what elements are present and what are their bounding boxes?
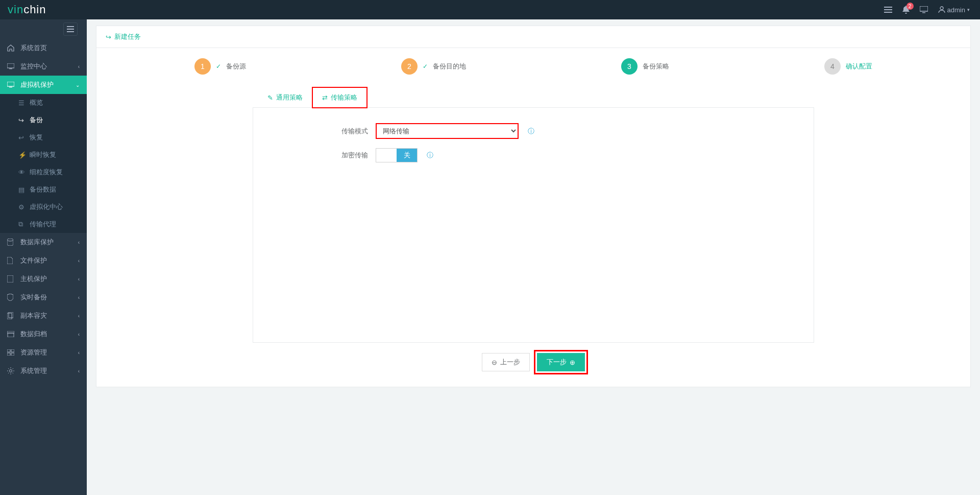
wizard-steps: 1 ✓ 备份源 2 ✓ 备份目的地 3 备份策略 4 确认配置 bbox=[117, 58, 950, 75]
panel: ↪ 新建任务 1 ✓ 备份源 2 ✓ 备份目的地 3 备份策略 bbox=[96, 26, 971, 387]
nav-home[interactable]: 系统首页 bbox=[0, 39, 87, 57]
row-transfer-mode: 传输模式 网络传输 ⓘ bbox=[274, 123, 793, 139]
sub-virtcenter[interactable]: ⚙虚拟化中心 bbox=[0, 198, 87, 216]
nav-label: 资源管理 bbox=[20, 348, 47, 357]
info-icon[interactable]: ⓘ bbox=[427, 151, 433, 160]
tab-content: 传输模式 网络传输 ⓘ 加密传输 关 ⓘ bbox=[253, 108, 814, 343]
nav-label: 主机保护 bbox=[20, 274, 47, 284]
chevron-left-icon: ‹ bbox=[78, 276, 80, 282]
bell-icon[interactable]: 2 bbox=[902, 6, 910, 14]
sub-label: 概览 bbox=[30, 98, 43, 107]
prev-button[interactable]: ⊖ 上一步 bbox=[482, 353, 530, 371]
chevron-down-icon: ⌄ bbox=[76, 82, 80, 88]
share-icon: ↪ bbox=[106, 33, 111, 41]
svg-rect-15 bbox=[8, 333, 14, 337]
tab-label: 传输策略 bbox=[331, 93, 357, 102]
nav-file[interactable]: 文件保护‹ bbox=[0, 251, 87, 270]
nav-label: 数据库保护 bbox=[20, 238, 54, 247]
btn-label: 下一步 bbox=[547, 358, 567, 367]
tab-general[interactable]: ✎ 通用策略 bbox=[258, 87, 312, 107]
nav-host[interactable]: 主机保护‹ bbox=[0, 270, 87, 288]
sub-restore[interactable]: ↩恢复 bbox=[0, 129, 87, 146]
toggle-state: 关 bbox=[397, 149, 417, 162]
svg-rect-11 bbox=[7, 275, 13, 282]
tabs: ✎ 通用策略 ⇄ 传输策略 bbox=[253, 87, 814, 108]
chevron-left-icon: ‹ bbox=[78, 240, 80, 245]
gear-icon: ⚙ bbox=[18, 203, 26, 211]
nav-label: 实时备份 bbox=[20, 293, 47, 302]
label-transfer-mode: 传输模式 bbox=[274, 127, 376, 136]
nav-realtime[interactable]: 实时备份‹ bbox=[0, 288, 87, 307]
nav-system[interactable]: 系统管理‹ bbox=[0, 362, 87, 380]
sub-backup[interactable]: ↪备份 bbox=[0, 111, 87, 129]
step-1[interactable]: 1 ✓ 备份源 bbox=[194, 58, 246, 75]
step-label: 备份源 bbox=[226, 62, 246, 71]
select-transfer-mode[interactable]: 网络传输 bbox=[376, 123, 519, 139]
top-navbar: vinchin 2 admin ▾ bbox=[0, 0, 980, 19]
host-icon bbox=[7, 275, 15, 282]
nav-archive[interactable]: 数据归档‹ bbox=[0, 325, 87, 343]
step-num: 2 bbox=[401, 58, 418, 75]
step-3[interactable]: 3 备份策略 bbox=[621, 58, 669, 75]
step-num: 4 bbox=[824, 58, 841, 75]
arrow-right-icon: ⊕ bbox=[570, 359, 575, 366]
step-4[interactable]: 4 确认配置 bbox=[824, 58, 872, 75]
sub-label: 传输代理 bbox=[30, 220, 56, 229]
check-icon: ✓ bbox=[423, 63, 428, 70]
svg-rect-18 bbox=[7, 353, 10, 356]
svg-rect-0 bbox=[884, 7, 892, 8]
brand-logo: vinchin bbox=[8, 3, 46, 16]
arrow-left-icon: ⊖ bbox=[492, 359, 497, 366]
chevron-left-icon: ‹ bbox=[78, 64, 80, 69]
sidebar: 系统首页 监控中心 ‹ 虚拟机保护 ⌄ ☰概览 ↪备份 ↩恢复 ⚡瞬时恢复 👁细… bbox=[0, 19, 87, 393]
sub-data[interactable]: ▤备份数据 bbox=[0, 181, 87, 198]
step-label: 备份策略 bbox=[643, 62, 669, 71]
sub-nav: ☰概览 ↪备份 ↩恢复 ⚡瞬时恢复 👁细粒度恢复 ▤备份数据 ⚙虚拟化中心 ⧉传… bbox=[0, 94, 87, 233]
list-icon: ☰ bbox=[18, 99, 26, 107]
tasks-icon[interactable] bbox=[884, 7, 892, 13]
chevron-down-icon: ▾ bbox=[967, 7, 970, 12]
sidebar-toggle[interactable] bbox=[63, 22, 78, 36]
nav-label: 监控中心 bbox=[20, 62, 47, 71]
step-num: 3 bbox=[621, 58, 638, 75]
db-icon: ▤ bbox=[18, 186, 26, 194]
svg-rect-3 bbox=[920, 6, 928, 11]
info-icon[interactable]: ⓘ bbox=[528, 127, 534, 136]
toggle-encrypt[interactable]: 关 bbox=[376, 148, 418, 162]
pencil-icon: ✎ bbox=[267, 94, 273, 102]
brand-part2: chin bbox=[23, 3, 46, 16]
nav-db[interactable]: 数据库保护‹ bbox=[0, 233, 87, 251]
user-menu[interactable]: admin ▾ bbox=[938, 6, 970, 14]
tab-transport[interactable]: ⇄ 传输策略 bbox=[312, 87, 367, 108]
notif-badge: 2 bbox=[906, 3, 914, 10]
svg-rect-2 bbox=[884, 12, 892, 13]
panel-title: 新建任务 bbox=[114, 32, 141, 41]
step-num: 1 bbox=[194, 58, 211, 75]
nav-vm-protect[interactable]: 虚拟机保护 ⌄ bbox=[0, 76, 87, 94]
nav-label: 系统管理 bbox=[20, 366, 47, 375]
sub-granular[interactable]: 👁细粒度恢复 bbox=[0, 163, 87, 181]
sub-label: 备份数据 bbox=[30, 185, 56, 194]
vm-icon bbox=[7, 82, 15, 88]
nav-resource[interactable]: 资源管理‹ bbox=[0, 343, 87, 362]
svg-rect-7 bbox=[9, 68, 12, 69]
svg-rect-16 bbox=[7, 349, 10, 352]
nav-monitor[interactable]: 监控中心 ‹ bbox=[0, 57, 87, 76]
btn-label: 上一步 bbox=[500, 358, 520, 367]
sub-instant[interactable]: ⚡瞬时恢复 bbox=[0, 146, 87, 163]
copy-icon: ⧉ bbox=[18, 220, 26, 228]
monitor-icon[interactable] bbox=[920, 6, 928, 13]
next-button[interactable]: 下一步 ⊕ bbox=[537, 353, 585, 371]
nav-label: 副本容灾 bbox=[20, 311, 47, 320]
home-icon bbox=[7, 44, 15, 52]
svg-rect-14 bbox=[7, 331, 14, 333]
chevron-left-icon: ‹ bbox=[78, 368, 80, 374]
step-2[interactable]: 2 ✓ 备份目的地 bbox=[401, 58, 466, 75]
sub-proxy[interactable]: ⧉传输代理 bbox=[0, 216, 87, 233]
undo-icon: ↩ bbox=[18, 134, 26, 142]
user-icon bbox=[938, 6, 945, 13]
nav-replica[interactable]: 副本容灾‹ bbox=[0, 307, 87, 325]
sub-overview[interactable]: ☰概览 bbox=[0, 94, 87, 111]
chevron-left-icon: ‹ bbox=[78, 350, 80, 356]
row-encrypt: 加密传输 关 ⓘ bbox=[274, 148, 793, 162]
